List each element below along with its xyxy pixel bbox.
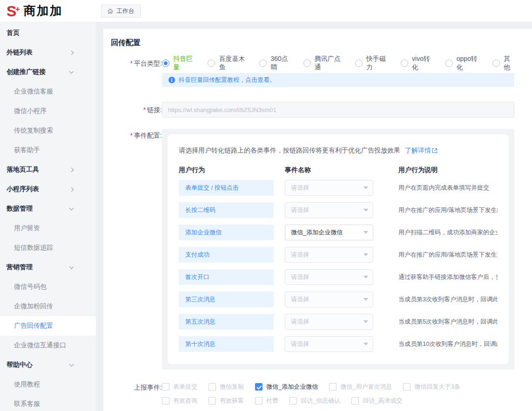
report-checkbox[interactable]: 回访_信息确认 bbox=[290, 397, 340, 405]
behavior-chip[interactable]: 第三次消息 bbox=[179, 292, 274, 307]
report-events-value: 表单提交微信复制微信_添加企业微信微信_用户首次消息微信回复大于3条有效咨询有效… bbox=[162, 383, 514, 405]
link-input[interactable] bbox=[162, 102, 514, 118]
platform-radio[interactable]: 百度基木鱼 bbox=[208, 55, 247, 72]
behavior-description: 当成员第5次收到客户消息时，回调此事... bbox=[384, 318, 498, 326]
sidebar-item[interactable]: 微信号码包 bbox=[0, 277, 96, 297]
sidebar-item[interactable]: 企业微信客服 bbox=[0, 82, 96, 101]
checkbox-label: 有效咨询 bbox=[173, 397, 197, 405]
checkbox-checked-icon bbox=[255, 383, 263, 391]
radio-label: 快手磁力 bbox=[366, 55, 389, 72]
sidebar-item[interactable]: 外链列表 bbox=[0, 43, 96, 62]
select-value: 请选择 bbox=[291, 273, 364, 281]
sidebar-item[interactable]: 使用教程 bbox=[0, 375, 96, 394]
sidebar-item[interactable]: 首页 bbox=[0, 23, 96, 43]
behavior-chip[interactable]: 第五次消息 bbox=[179, 314, 274, 330]
sidebar-item-label: 营销管理 bbox=[7, 263, 33, 272]
link-label: *链接: bbox=[111, 102, 162, 118]
platform-radio[interactable]: 360点睛 bbox=[259, 55, 291, 72]
radio-label: 抖音巨量 bbox=[173, 55, 195, 72]
checkbox-icon bbox=[351, 397, 359, 404]
sidebar-item[interactable]: 营销管理 bbox=[0, 258, 96, 277]
event-name-select[interactable]: 请选择 bbox=[285, 247, 373, 263]
checkbox-icon bbox=[255, 397, 263, 404]
event-row: 第三次消息请选择当成员第3次收到客户消息时，回调此事... bbox=[179, 292, 498, 307]
radio-label: 360点睛 bbox=[270, 55, 291, 72]
sidebar-item-label: 获客助手 bbox=[14, 146, 40, 154]
caret-down-icon bbox=[364, 209, 368, 212]
radio-icon bbox=[401, 60, 408, 67]
behavior-description: 用户在推广的应用/落地页场景下发生的... bbox=[384, 206, 498, 214]
behavior-chip[interactable]: 首次开口 bbox=[179, 269, 274, 285]
learn-more-link[interactable]: 了解详情 bbox=[405, 146, 438, 155]
report-checkbox[interactable]: 付费 bbox=[255, 397, 278, 405]
sidebar-item[interactable]: 联系客服 bbox=[0, 394, 96, 411]
behavior-chip[interactable]: 长按二维码 bbox=[179, 202, 274, 218]
event-name-select[interactable]: 请选择 bbox=[285, 292, 373, 307]
sidebar-item[interactable]: 短信数据追踪 bbox=[0, 238, 96, 258]
platform-type-row: *平台类型: 抖音巨量百度基木鱼360点睛腾讯广点通快手磁力vivo转化oppo… bbox=[111, 58, 532, 87]
sidebar-item[interactable]: 广告回传配置 bbox=[0, 316, 96, 336]
event-name-select[interactable]: 请选择 bbox=[285, 202, 373, 218]
event-name-select[interactable]: 微信_添加企业微信 bbox=[285, 225, 373, 240]
event-name-select[interactable]: 请选择 bbox=[285, 314, 373, 330]
app-logo[interactable]: S+ 商加加 bbox=[0, 3, 96, 19]
workspace-tab[interactable]: 工作台 bbox=[101, 5, 141, 18]
sidebar-item-label: 传统复制搜索 bbox=[14, 126, 53, 135]
sidebar-item[interactable]: 传统复制搜索 bbox=[0, 121, 96, 140]
checkbox-label: 微信_添加企业微信 bbox=[266, 383, 318, 391]
chevron-down-icon bbox=[69, 362, 74, 367]
event-name-select[interactable]: 请选择 bbox=[285, 336, 373, 352]
behavior-description: 用户在页面内完成表单填写并提交 bbox=[384, 184, 498, 192]
sidebar-item[interactable]: 获客助手 bbox=[0, 140, 96, 160]
report-checkbox[interactable]: 有效获客 bbox=[209, 397, 244, 405]
event-name-select[interactable]: 请选择 bbox=[285, 269, 373, 285]
behavior-chip[interactable]: 支付成功 bbox=[179, 247, 274, 263]
platform-radio[interactable]: 其他 bbox=[492, 55, 514, 72]
chevron-right-icon bbox=[69, 187, 74, 192]
sidebar-item-label: 微信小程序 bbox=[14, 107, 47, 115]
radio-icon bbox=[303, 60, 311, 67]
sidebar-item[interactable]: 落地页工具 bbox=[0, 160, 96, 179]
behavior-chip[interactable]: 添加企业微信 bbox=[179, 225, 274, 240]
platform-radio[interactable]: oppo转化 bbox=[445, 55, 480, 72]
sidebar-item[interactable]: 企微加粉回传 bbox=[0, 297, 96, 316]
platform-radio[interactable]: 腾讯广点通 bbox=[303, 55, 343, 72]
event-rows: 表单提交 / 按钮点击请选择用户在页面内完成表单填写并提交长按二维码请选择用户在… bbox=[179, 180, 498, 352]
event-name-select[interactable]: 请选择 bbox=[285, 180, 373, 196]
column-header-description: 用户行为说明 bbox=[384, 166, 498, 174]
report-checkbox[interactable]: 微信回复大于3条 bbox=[403, 383, 460, 391]
sidebar-item-label: 企业微信客服 bbox=[14, 87, 53, 96]
platform-radio[interactable]: 抖音巨量 bbox=[162, 55, 195, 72]
event-panel-wrapper: 请选择用户转化链路上的各类事件，按链路回传将更有利于优化广告投放效果 了解详情 bbox=[162, 129, 514, 370]
behavior-chip[interactable]: 第十次消息 bbox=[179, 336, 274, 352]
report-checkbox[interactable]: 微信复制 bbox=[209, 383, 244, 391]
radio-icon bbox=[162, 60, 169, 67]
checkbox-icon bbox=[209, 383, 216, 391]
tutorial-notice[interactable]: i 抖音巨量回传配置教程，点击查看。 bbox=[162, 73, 514, 87]
checkbox-label: 微信回复大于3条 bbox=[414, 383, 460, 391]
sidebar-item[interactable]: 小程序列表 bbox=[0, 179, 96, 199]
sidebar-item[interactable]: 企业微信互通接口 bbox=[0, 336, 96, 355]
report-checkbox[interactable]: 回访_高潜成交 bbox=[351, 397, 402, 405]
radio-icon bbox=[355, 60, 363, 67]
caret-down-icon bbox=[364, 253, 368, 256]
platform-radio[interactable]: vivo转化 bbox=[401, 55, 433, 72]
report-checkbox[interactable]: 有效咨询 bbox=[162, 397, 197, 405]
report-checkbox[interactable]: 微信_用户首次消息 bbox=[329, 383, 392, 391]
radio-label: 百度基木鱼 bbox=[219, 55, 247, 72]
event-row: 长按二维码请选择用户在推广的应用/落地页场景下发生的... bbox=[179, 202, 498, 218]
sidebar-item[interactable]: 微信小程序 bbox=[0, 101, 96, 121]
event-row: 表单提交 / 按钮点击请选择用户在页面内完成表单填写并提交 bbox=[179, 180, 498, 196]
behavior-description: 当成员第3次收到客户消息时，回调此事... bbox=[384, 295, 498, 304]
checkbox-label: 回访_信息确认 bbox=[301, 397, 340, 405]
radio-label: 腾讯广点通 bbox=[315, 55, 343, 72]
sidebar-item[interactable]: 用户留资 bbox=[0, 219, 96, 238]
sidebar-item[interactable]: 帮助中心 bbox=[0, 355, 96, 375]
report-checkbox[interactable]: 表单提交 bbox=[162, 383, 197, 391]
report-events-row: 上报事件: 表单提交微信复制微信_添加企业微信微信_用户首次消息微信回复大于3条… bbox=[111, 383, 532, 405]
behavior-chip[interactable]: 表单提交 / 按钮点击 bbox=[179, 180, 274, 196]
sidebar-item[interactable]: 数据管理 bbox=[0, 199, 96, 219]
report-checkbox[interactable]: 微信_添加企业微信 bbox=[255, 383, 318, 391]
platform-radio[interactable]: 快手磁力 bbox=[355, 55, 389, 72]
sidebar-item[interactable]: 创建推广链接 bbox=[0, 62, 96, 82]
